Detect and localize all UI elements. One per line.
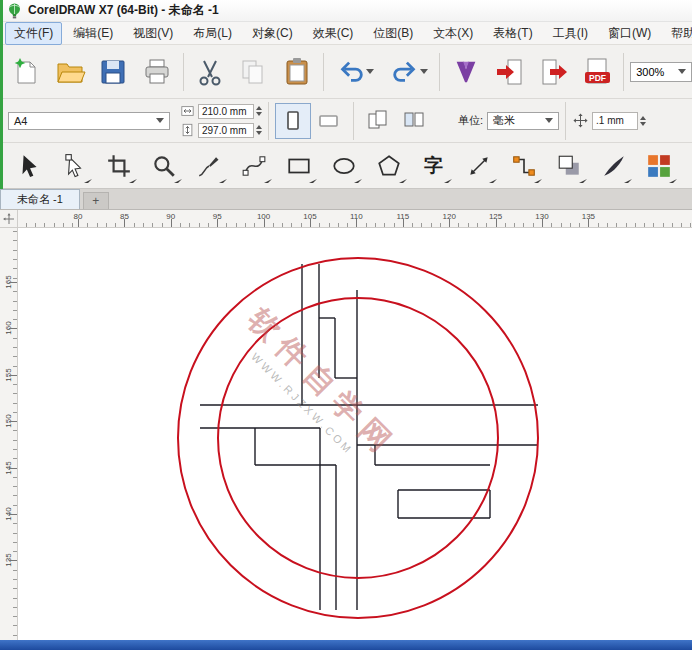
nudge-offset-value: .1 mm	[596, 115, 624, 126]
drawing-canvas[interactable]: 软件自学网 WWW.RJZXW.COM	[18, 228, 692, 650]
menu-item-layout[interactable]: 布局(L)	[184, 22, 241, 45]
zoom-tool-icon	[151, 153, 177, 179]
connector-tool[interactable]	[501, 145, 546, 187]
undo-button[interactable]	[328, 50, 382, 94]
zoom-level-value: 300%	[636, 66, 664, 78]
nudge-stepper[interactable]	[640, 116, 646, 126]
drop-shadow-tool-icon	[556, 153, 582, 179]
landscape-button[interactable]	[311, 103, 347, 139]
menu-item-file[interactable]: 文件(F)	[5, 22, 62, 45]
flyout-arrow-icon[interactable]	[444, 175, 456, 183]
window-edge	[0, 0, 3, 189]
h-ruler[interactable]: 80859095100105110115120125130135	[18, 210, 692, 228]
spin-up-icon	[640, 116, 646, 120]
paste-button[interactable]	[275, 50, 319, 94]
shape-tool-icon	[61, 153, 87, 179]
import-icon	[494, 56, 526, 88]
portrait-button[interactable]	[275, 103, 311, 139]
text-tool[interactable]: 字	[411, 145, 456, 187]
all-pages-icon	[365, 108, 391, 134]
import-button[interactable]	[488, 50, 532, 94]
application-launcher-button[interactable]	[444, 50, 488, 94]
pick-tool-icon	[16, 153, 42, 179]
all-pages-button[interactable]	[360, 103, 396, 139]
shape-tool[interactable]	[51, 145, 96, 187]
menu-item-effects[interactable]: 效果(C)	[304, 22, 363, 45]
page-height-input[interactable]: 297.0 mm	[198, 123, 254, 138]
h-ruler-major-tick	[264, 219, 265, 227]
menu-item-bitmaps[interactable]: 位图(B)	[364, 22, 422, 45]
drop-shadow-tool[interactable]	[546, 145, 591, 187]
zoom-tool[interactable]	[141, 145, 186, 187]
current-page-button[interactable]	[396, 103, 432, 139]
current-page-icon	[401, 108, 427, 134]
undo-dropdown-arrow-icon[interactable]	[366, 69, 374, 74]
crop-tool[interactable]	[96, 145, 141, 187]
new-document-button[interactable]	[4, 50, 48, 94]
document-tab-label: 未命名 -1	[17, 192, 63, 207]
dimension-tool[interactable]	[456, 145, 501, 187]
h-ruler-major-tick	[310, 219, 311, 227]
landscape-icon	[317, 109, 341, 133]
red-circle	[218, 298, 498, 578]
polygon-tool[interactable]	[366, 145, 411, 187]
publish-pdf-button[interactable]: PDF	[576, 50, 620, 94]
menu-item-help[interactable]: 帮助(H)	[662, 22, 692, 45]
copy-icon	[237, 56, 269, 88]
units-dropdown-arrow-icon[interactable]	[545, 118, 553, 123]
cut-button[interactable]	[188, 50, 232, 94]
menu-item-text[interactable]: 文本(X)	[424, 22, 482, 45]
open-button[interactable]	[48, 50, 92, 94]
page-width-input[interactable]: 210.0 mm	[198, 104, 254, 119]
menu-item-table[interactable]: 表格(T)	[484, 22, 541, 45]
new-document-tab-button[interactable]: +	[83, 192, 109, 209]
redo-button[interactable]	[382, 50, 436, 94]
ruler-origin[interactable]	[0, 210, 18, 228]
menu-item-edit[interactable]: 编辑(E)	[64, 22, 122, 45]
h-ruler-major-tick	[403, 219, 404, 227]
h-ruler-major-tick	[78, 219, 79, 227]
save-button[interactable]	[91, 50, 135, 94]
zoom-dropdown-arrow-icon[interactable]	[678, 69, 686, 74]
smart-fill-tool-icon	[646, 153, 672, 179]
copy-button[interactable]	[232, 50, 276, 94]
svg-text:PDF: PDF	[589, 73, 606, 83]
page-size-select[interactable]: A4	[8, 112, 170, 130]
nudge-offset-input[interactable]: .1 mm	[592, 112, 638, 130]
artistic-media-tool[interactable]	[591, 145, 636, 187]
document-tab[interactable]: 未命名 -1	[0, 189, 80, 209]
v-ruler-major-tick	[9, 375, 17, 376]
print-button[interactable]	[135, 50, 179, 94]
paste-icon	[281, 56, 313, 88]
new-document-icon	[10, 56, 42, 88]
page-width-stepper[interactable]	[256, 106, 262, 116]
rectangle-tool-icon	[286, 153, 312, 179]
redo-dropdown-arrow-icon[interactable]	[420, 69, 428, 74]
units-select[interactable]: 毫米	[487, 112, 559, 130]
page-size-dropdown-arrow-icon[interactable]	[156, 118, 164, 123]
freehand-tool[interactable]	[186, 145, 231, 187]
page-width-icon	[180, 104, 195, 118]
menu-item-object[interactable]: 对象(C)	[243, 22, 302, 45]
page-height-stepper[interactable]	[256, 125, 262, 135]
save-icon	[97, 56, 129, 88]
h-ruler-major-tick	[356, 219, 357, 227]
connector-tool-icon	[511, 153, 537, 179]
export-button[interactable]	[532, 50, 576, 94]
v-ruler[interactable]: 165160155150145140135	[0, 228, 18, 650]
menu-item-tools[interactable]: 工具(I)	[544, 22, 597, 45]
h-ruler-ticks	[18, 223, 692, 227]
taskbar	[0, 640, 692, 650]
menu-item-view[interactable]: 视图(V)	[124, 22, 182, 45]
menu-item-window[interactable]: 窗口(W)	[599, 22, 660, 45]
window-title: CorelDRAW X7 (64-Bit) - 未命名 -1	[28, 2, 219, 19]
bezier-tool[interactable]	[231, 145, 276, 187]
artistic-media-tool-icon	[601, 153, 627, 179]
ellipse-tool[interactable]	[321, 145, 366, 187]
page-width-row: 210.0 mm	[180, 103, 262, 119]
zoom-level-select[interactable]: 300%	[630, 62, 692, 82]
smart-fill-tool[interactable]	[636, 145, 681, 187]
bezier-tool-icon	[241, 153, 267, 179]
pick-tool[interactable]	[6, 145, 51, 187]
rectangle-tool[interactable]	[276, 145, 321, 187]
